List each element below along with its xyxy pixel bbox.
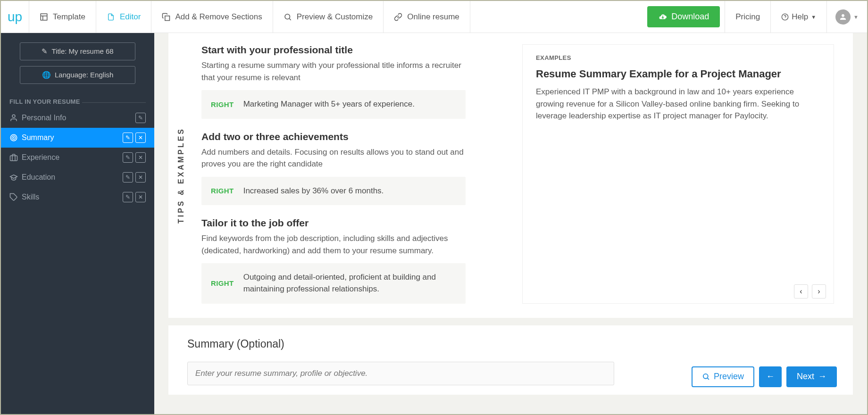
language-text: Language: English [55, 71, 113, 79]
download-label: Download [671, 12, 709, 22]
svg-line-5 [289, 18, 291, 20]
logo[interactable]: up [1, 1, 29, 33]
example-title: Resume Summary Example for a Project Man… [536, 68, 820, 80]
example-tag: RIGHT [211, 187, 234, 195]
sidebar-item-skills[interactable]: Skills ✎ ✕ [1, 187, 154, 207]
svg-point-11 [13, 137, 14, 138]
close-button[interactable]: ✕ [135, 172, 146, 183]
tips-examples-card: TIPS & EXAMPLES Start with your professi… [168, 33, 853, 318]
tip-example: RIGHT Marketing Manager with 5+ years of… [201, 90, 466, 119]
svg-rect-3 [165, 16, 170, 20]
close-button[interactable]: ✕ [135, 152, 146, 163]
next-label: Next [797, 372, 814, 382]
next-button[interactable]: Next → [786, 366, 837, 387]
edit-button[interactable]: ✎ [135, 113, 146, 123]
nav-editor[interactable]: Editor [96, 1, 151, 33]
tip-title: Add two or three achievements [201, 131, 466, 142]
svg-line-15 [708, 378, 709, 380]
tip-title: Start with your professional title [201, 44, 466, 56]
nav-add-remove[interactable]: Add & Remove Sections [151, 1, 273, 33]
pricing-link[interactable]: Pricing [725, 1, 770, 33]
globe-icon: 🌐 [42, 71, 51, 79]
nav-editor-label: Editor [120, 12, 141, 22]
example-prev-button[interactable]: ‹ [794, 284, 808, 299]
tip-text: Find keywords from the job description, … [201, 232, 466, 257]
user-menu[interactable]: ▼ [826, 1, 867, 33]
search-icon [702, 373, 710, 381]
document-icon [107, 13, 115, 21]
sidebar-item-label: Personal Info [22, 114, 66, 122]
tip-example: RIGHT Outgoing and detail-oriented, prof… [201, 263, 466, 303]
summary-editor-card: Summary (Optional) Preview ← Next → [168, 325, 853, 395]
topbar: up Template Editor Add & Remove Sections… [1, 1, 867, 33]
svg-point-8 [12, 115, 15, 117]
chevron-down-icon: ▼ [853, 14, 859, 20]
back-button[interactable]: ← [759, 366, 782, 387]
sidebar-item-experience[interactable]: Experience ✎ ✕ [1, 148, 154, 167]
copy-icon [162, 13, 170, 21]
example-tag: RIGHT [211, 100, 234, 108]
sidebar-item-label: Education [22, 173, 55, 182]
close-button[interactable]: ✕ [135, 133, 146, 143]
tip-text: Add numbers and details. Focusing on res… [201, 146, 466, 170]
arrow-left-icon: ← [766, 372, 775, 382]
sidebar-item-summary[interactable]: Summary ✎ ✕ [1, 128, 154, 148]
cloud-download-icon [658, 13, 668, 21]
sidebar-item-label: Summary [22, 133, 54, 142]
example-text: Marketing Manager with 5+ years of exper… [243, 99, 415, 110]
preview-label: Preview [714, 372, 744, 382]
nav-template[interactable]: Template [29, 1, 96, 33]
sidebar-item-label: Experience [22, 153, 59, 162]
example-next-button[interactable]: › [812, 284, 826, 299]
help-link[interactable]: Help ▼ [770, 1, 826, 33]
nav-add-remove-label: Add & Remove Sections [175, 12, 262, 22]
close-button[interactable]: ✕ [135, 192, 146, 202]
examples-label: EXAMPLES [536, 54, 820, 61]
sidebar-item-personal[interactable]: Personal Info ✎ [1, 108, 154, 128]
sidebar-item-education[interactable]: Education ✎ ✕ [1, 167, 154, 187]
language-pill[interactable]: 🌐 Language: English [20, 66, 135, 84]
tag-icon [9, 193, 22, 201]
edit-button[interactable]: ✎ [123, 172, 133, 183]
sidebar-item-label: Skills [22, 193, 39, 201]
template-icon [40, 13, 48, 21]
example-text: Outgoing and detail-oriented, proficient… [243, 272, 456, 295]
download-button[interactable]: Download [647, 6, 720, 27]
tip-block: Tailor it to the job offer Find keywords… [201, 217, 466, 303]
nav-online[interactable]: Online resume [384, 1, 470, 33]
tip-title: Tailor it to the job offer [201, 217, 466, 229]
tips-column: Start with your professional title Start… [201, 44, 466, 304]
tip-example: RIGHT Increased sales by 36% over 6 mont… [201, 177, 466, 206]
preview-button[interactable]: Preview [692, 366, 754, 387]
sidebar: ✎ Title: My resume 68 🌐 Language: Englis… [1, 33, 154, 414]
person-icon [9, 114, 22, 122]
briefcase-icon [9, 153, 22, 162]
svg-rect-12 [10, 156, 17, 161]
edit-button[interactable]: ✎ [123, 192, 133, 202]
svg-rect-0 [41, 14, 47, 20]
title-text: Title: My resume 68 [51, 47, 113, 55]
nav-preview[interactable]: Preview & Customize [273, 1, 384, 33]
edit-button[interactable]: ✎ [123, 133, 133, 143]
tip-block: Add two or three achievements Add number… [201, 131, 466, 206]
nav-online-label: Online resume [407, 12, 459, 22]
search-icon [284, 13, 292, 21]
example-tag: RIGHT [211, 279, 234, 287]
arrow-right-icon: → [818, 372, 826, 382]
vertical-tips-label: TIPS & EXAMPLES [177, 127, 185, 224]
examples-column: EXAMPLES Resume Summary Example for a Pr… [522, 44, 834, 304]
nav-preview-label: Preview & Customize [297, 12, 373, 22]
chevron-down-icon: ▼ [811, 14, 816, 20]
help-icon [781, 13, 789, 21]
pencil-icon: ✎ [42, 47, 48, 55]
example-body: Experienced IT PMP with a background in … [536, 86, 820, 122]
link-icon [394, 13, 402, 21]
help-label: Help [792, 12, 808, 22]
svg-point-4 [285, 14, 290, 19]
summary-input[interactable] [187, 362, 614, 385]
nav-template-label: Template [53, 12, 85, 22]
tip-text: Starting a resume summary with your prof… [201, 59, 466, 83]
edit-button[interactable]: ✎ [123, 152, 133, 163]
title-pill[interactable]: ✎ Title: My resume 68 [20, 42, 135, 60]
editor-heading: Summary (Optional) [187, 338, 834, 350]
